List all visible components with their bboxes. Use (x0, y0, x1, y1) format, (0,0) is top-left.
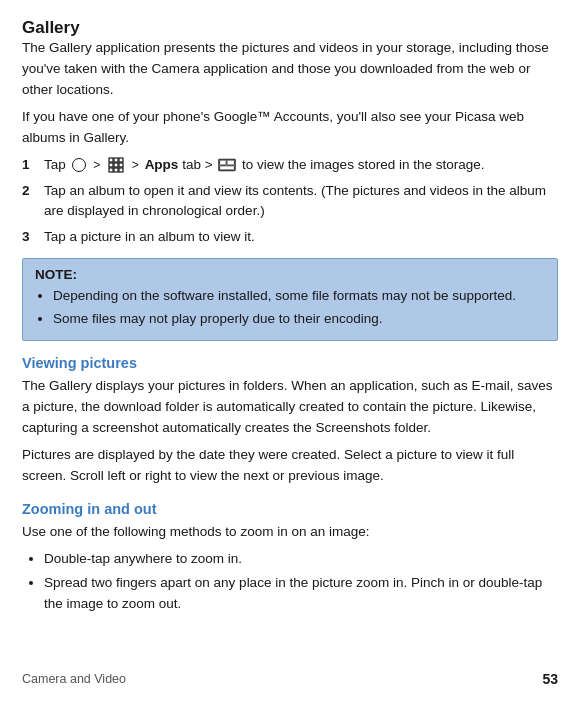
footer: Camera and Video 53 (22, 671, 558, 687)
step-1-text: Tap > > Apps tab > (44, 155, 558, 176)
apps-grid-icon (108, 157, 124, 173)
apps-tab-label: Apps (145, 157, 179, 172)
step-1: 1 Tap > > Apps tab > (22, 155, 558, 176)
footer-left-text: Camera and Video (22, 672, 126, 686)
section-title: Gallery (22, 18, 558, 38)
svg-rect-5 (119, 163, 123, 167)
zooming-title: Zooming in and out (22, 501, 558, 517)
intro-paragraph-2: If you have one of your phone's Google™ … (22, 107, 558, 149)
chevron-2: > (132, 156, 139, 175)
zooming-intro: Use one of the following methods to zoom… (22, 522, 558, 543)
gallery-icon (218, 158, 236, 172)
viewing-pictures-title: Viewing pictures (22, 355, 558, 371)
step-2: 2 Tap an album to open it and view its c… (22, 181, 558, 223)
intro-paragraph-1: The Gallery application presents the pic… (22, 38, 558, 101)
zooming-list: Double-tap anywhere to zoom in. Spread t… (44, 549, 558, 615)
svg-rect-7 (114, 168, 118, 172)
step-3: 3 Tap a picture in an album to view it. (22, 227, 558, 248)
svg-rect-0 (109, 158, 113, 162)
svg-rect-4 (114, 163, 118, 167)
svg-rect-3 (109, 163, 113, 167)
step-1-number: 1 (22, 155, 40, 176)
step-2-number: 2 (22, 181, 40, 202)
note-item-2: Some files may not play properly due to … (53, 309, 545, 330)
svg-rect-6 (109, 168, 113, 172)
svg-rect-1 (114, 158, 118, 162)
viewing-pictures-paragraph-2: Pictures are displayed by the date they … (22, 445, 558, 487)
svg-rect-8 (119, 168, 123, 172)
chevron-1: > (93, 156, 100, 175)
zoom-item-2: Spread two fingers apart on any place in… (44, 573, 558, 615)
svg-rect-12 (220, 166, 235, 170)
note-list: Depending on the software installed, som… (53, 286, 545, 330)
svg-rect-11 (227, 160, 234, 165)
svg-rect-2 (119, 158, 123, 162)
viewing-pictures-paragraph-1: The Gallery displays your pictures in fo… (22, 376, 558, 439)
svg-rect-10 (220, 160, 227, 165)
footer-page-number: 53 (542, 671, 558, 687)
step-3-number: 3 (22, 227, 40, 248)
step-3-text: Tap a picture in an album to view it. (44, 227, 558, 248)
note-box: NOTE: Depending on the software installe… (22, 258, 558, 341)
note-title: NOTE: (35, 267, 545, 282)
step-1-post-text: to view the images stored in the storage… (242, 157, 484, 172)
home-icon (72, 158, 86, 172)
zoom-item-1: Double-tap anywhere to zoom in. (44, 549, 558, 570)
note-item-1: Depending on the software installed, som… (53, 286, 545, 307)
step-2-text: Tap an album to open it and view its con… (44, 181, 558, 223)
steps-list: 1 Tap > > Apps tab > (22, 155, 558, 249)
tab-text: tab > (182, 157, 212, 172)
